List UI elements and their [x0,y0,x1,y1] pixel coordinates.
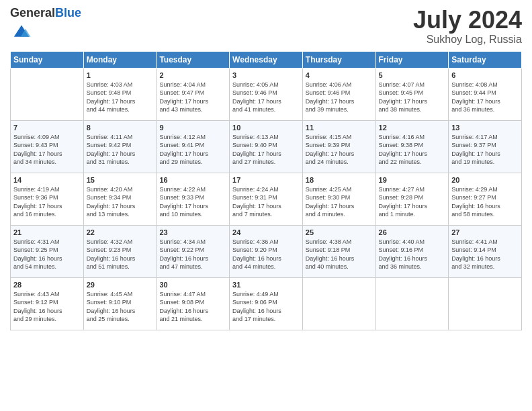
logo-icon [11,20,32,40]
cell-info: Sunrise: 4:20 AM Sunset: 9:34 PM Dayligh… [87,185,154,219]
calendar-week-3: 14Sunrise: 4:19 AM Sunset: 9:36 PM Dayli… [11,173,522,225]
logo: GeneralBlue [10,7,81,43]
day-number: 16 [159,176,226,184]
day-number: 1 [87,71,154,79]
calendar-cell: 3Sunrise: 4:05 AM Sunset: 9:46 PM Daylig… [230,68,303,120]
day-number: 9 [159,124,226,132]
cell-info: Sunrise: 4:45 AM Sunset: 9:10 PM Dayligh… [87,290,154,324]
calendar-cell: 23Sunrise: 4:34 AM Sunset: 9:22 PM Dayli… [157,225,230,277]
calendar-cell: 22Sunrise: 4:32 AM Sunset: 9:23 PM Dayli… [83,225,157,277]
calendar-cell: 15Sunrise: 4:20 AM Sunset: 9:34 PM Dayli… [83,173,157,225]
cell-info: Sunrise: 4:47 AM Sunset: 9:08 PM Dayligh… [159,290,226,324]
calendar-cell: 6Sunrise: 4:08 AM Sunset: 9:44 PM Daylig… [449,68,522,120]
calendar-cell [11,68,84,120]
calendar-cell: 2Sunrise: 4:04 AM Sunset: 9:47 PM Daylig… [157,68,230,120]
day-number: 17 [232,176,300,184]
day-number: 14 [13,176,81,184]
cell-info: Sunrise: 4:38 AM Sunset: 9:18 PM Dayligh… [306,238,373,271]
cell-info: Sunrise: 4:32 AM Sunset: 9:23 PM Dayligh… [87,238,154,271]
calendar-cell [449,277,522,330]
calendar-cell: 19Sunrise: 4:27 AM Sunset: 9:28 PM Dayli… [375,173,449,225]
calendar-cell: 10Sunrise: 4:13 AM Sunset: 9:40 PM Dayli… [230,120,303,173]
day-number: 23 [159,228,226,236]
day-number: 26 [379,228,446,236]
day-number: 11 [306,124,373,132]
day-number: 7 [13,124,81,132]
day-number: 13 [451,124,519,132]
logo-general: General [10,6,55,19]
title-block: July 2024 Sukhoy Log, Russia [413,7,522,46]
day-number: 27 [451,228,519,236]
calendar-cell: 30Sunrise: 4:47 AM Sunset: 9:08 PM Dayli… [157,277,230,330]
calendar-cell: 21Sunrise: 4:31 AM Sunset: 9:25 PM Dayli… [11,225,84,277]
calendar-cell: 31Sunrise: 4:49 AM Sunset: 9:06 PM Dayli… [230,277,303,330]
day-number: 12 [379,124,446,132]
calendar-week-2: 7Sunrise: 4:09 AM Sunset: 9:43 PM Daylig… [11,120,522,173]
calendar-cell: 8Sunrise: 4:11 AM Sunset: 9:42 PM Daylig… [83,120,157,173]
cell-info: Sunrise: 4:05 AM Sunset: 9:46 PM Dayligh… [232,81,300,114]
calendar-cell: 24Sunrise: 4:36 AM Sunset: 9:20 PM Dayli… [230,225,303,277]
col-thursday: Thursday [302,51,375,68]
day-number: 18 [306,176,373,184]
col-tuesday: Tuesday [157,51,230,68]
calendar-week-4: 21Sunrise: 4:31 AM Sunset: 9:25 PM Dayli… [11,225,522,277]
calendar-cell: 4Sunrise: 4:06 AM Sunset: 9:46 PM Daylig… [302,68,375,120]
cell-info: Sunrise: 4:29 AM Sunset: 9:27 PM Dayligh… [451,185,519,219]
calendar-cell: 20Sunrise: 4:29 AM Sunset: 9:27 PM Dayli… [449,173,522,225]
day-number: 29 [87,281,154,289]
day-number: 10 [232,124,300,132]
day-number: 31 [232,281,300,289]
calendar-table: Sunday Monday Tuesday Wednesday Thursday… [10,51,522,330]
day-number: 22 [87,228,154,236]
cell-info: Sunrise: 4:17 AM Sunset: 9:37 PM Dayligh… [451,133,519,167]
calendar-cell: 29Sunrise: 4:45 AM Sunset: 9:10 PM Dayli… [83,277,157,330]
cell-info: Sunrise: 4:06 AM Sunset: 9:46 PM Dayligh… [306,81,373,114]
cell-info: Sunrise: 4:04 AM Sunset: 9:47 PM Dayligh… [159,81,226,114]
cell-info: Sunrise: 4:24 AM Sunset: 9:31 PM Dayligh… [232,185,300,219]
day-number: 24 [232,228,300,236]
cell-info: Sunrise: 4:16 AM Sunset: 9:38 PM Dayligh… [379,133,446,167]
logo-blue: Blue [55,6,81,19]
cell-info: Sunrise: 4:41 AM Sunset: 9:14 PM Dayligh… [451,238,519,271]
day-number: 21 [13,228,81,236]
cell-info: Sunrise: 4:12 AM Sunset: 9:41 PM Dayligh… [159,133,226,167]
calendar-cell: 1Sunrise: 4:03 AM Sunset: 9:48 PM Daylig… [83,68,157,120]
cell-info: Sunrise: 4:49 AM Sunset: 9:06 PM Dayligh… [232,290,300,324]
calendar-cell: 12Sunrise: 4:16 AM Sunset: 9:38 PM Dayli… [375,120,449,173]
day-number: 3 [232,71,300,79]
cell-info: Sunrise: 4:34 AM Sunset: 9:22 PM Dayligh… [159,238,226,271]
col-sunday: Sunday [11,51,84,68]
calendar-cell: 18Sunrise: 4:25 AM Sunset: 9:30 PM Dayli… [302,173,375,225]
calendar-body: 1Sunrise: 4:03 AM Sunset: 9:48 PM Daylig… [11,68,522,330]
calendar-cell: 5Sunrise: 4:07 AM Sunset: 9:45 PM Daylig… [375,68,449,120]
calendar-cell: 28Sunrise: 4:43 AM Sunset: 9:12 PM Dayli… [11,277,84,330]
calendar-cell [302,277,375,330]
calendar-cell: 26Sunrise: 4:40 AM Sunset: 9:16 PM Dayli… [375,225,449,277]
day-number: 8 [87,124,154,132]
cell-info: Sunrise: 4:09 AM Sunset: 9:43 PM Dayligh… [13,133,81,167]
cell-info: Sunrise: 4:31 AM Sunset: 9:25 PM Dayligh… [13,238,81,271]
cell-info: Sunrise: 4:07 AM Sunset: 9:45 PM Dayligh… [379,81,446,114]
calendar-cell: 27Sunrise: 4:41 AM Sunset: 9:14 PM Dayli… [449,225,522,277]
calendar-cell: 16Sunrise: 4:22 AM Sunset: 9:33 PM Dayli… [157,173,230,225]
location: Sukhoy Log, Russia [413,34,522,46]
calendar-cell: 7Sunrise: 4:09 AM Sunset: 9:43 PM Daylig… [11,120,84,173]
calendar-week-1: 1Sunrise: 4:03 AM Sunset: 9:48 PM Daylig… [11,68,522,120]
day-number: 28 [13,281,81,289]
cell-info: Sunrise: 4:22 AM Sunset: 9:33 PM Dayligh… [159,185,226,219]
header: GeneralBlue July 2024 Sukhoy Log, Russia [10,7,522,46]
day-number: 2 [159,71,226,79]
cell-info: Sunrise: 4:13 AM Sunset: 9:40 PM Dayligh… [232,133,300,167]
day-number: 4 [306,71,373,79]
day-number: 6 [451,71,519,79]
day-number: 19 [379,176,446,184]
cell-info: Sunrise: 4:11 AM Sunset: 9:42 PM Dayligh… [87,133,154,167]
cell-info: Sunrise: 4:27 AM Sunset: 9:28 PM Dayligh… [379,185,446,219]
cell-info: Sunrise: 4:43 AM Sunset: 9:12 PM Dayligh… [13,290,81,324]
calendar-cell: 11Sunrise: 4:15 AM Sunset: 9:39 PM Dayli… [302,120,375,173]
day-number: 20 [451,176,519,184]
calendar-cell: 14Sunrise: 4:19 AM Sunset: 9:36 PM Dayli… [11,173,84,225]
cell-info: Sunrise: 4:40 AM Sunset: 9:16 PM Dayligh… [379,238,446,271]
cell-info: Sunrise: 4:03 AM Sunset: 9:48 PM Dayligh… [87,81,154,114]
cell-info: Sunrise: 4:15 AM Sunset: 9:39 PM Dayligh… [306,133,373,167]
